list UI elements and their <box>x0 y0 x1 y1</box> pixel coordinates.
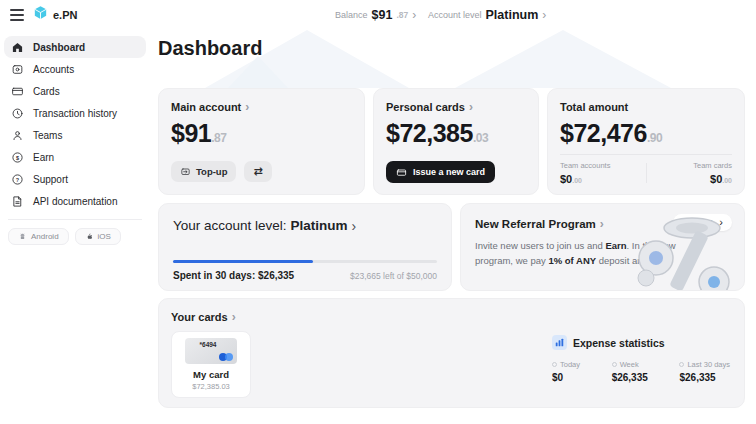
main-account-amount: $91.87 <box>171 119 352 148</box>
mini-card-image: *6494 <box>185 338 237 364</box>
your-cards-card: Your cards › *6494 My card $72,385.03 <box>158 298 745 408</box>
sidebar-item-label: Transaction history <box>33 108 117 119</box>
expense-statistics-title: Expense statistics <box>573 337 665 349</box>
your-cards-link[interactable]: Your cards › <box>171 311 732 323</box>
main-content: Dashboard Main account › $91.87 Top-up <box>150 30 756 424</box>
exchange-button[interactable]: ⇄ <box>244 161 271 182</box>
ios-label: iOS <box>98 232 111 241</box>
account-level-title-label: Your account level: <box>173 218 287 233</box>
card-name: My card <box>172 369 250 380</box>
sidebar-item-label: Accounts <box>33 64 74 75</box>
info-icon <box>679 362 684 367</box>
background-triangle <box>455 30 671 88</box>
personal-cards-link[interactable]: Personal cards › <box>386 101 526 113</box>
document-icon <box>11 195 24 208</box>
header-balance[interactable]: Balance $91 .87 › <box>335 0 416 30</box>
percent-coins-image <box>630 212 742 291</box>
sidebar-item-teams[interactable]: Teams <box>4 124 146 146</box>
sidebar-item-transaction-history[interactable]: Transaction history <box>4 102 146 124</box>
main-account-title: Main account <box>171 101 241 113</box>
svg-text:$: $ <box>16 154 19 160</box>
chart-icon <box>552 335 567 350</box>
expense-statistics: Expense statistics Today $0 Week $26,335… <box>552 335 730 383</box>
logo-icon <box>32 4 49 25</box>
spend-summary: Spent in 30 days: $26,335 $23,665 left o… <box>173 270 437 281</box>
header-account-level[interactable]: Account level Platinum › <box>428 0 546 30</box>
progress-fill <box>173 260 313 263</box>
background-triangle <box>228 56 288 88</box>
exchange-icon: ⇄ <box>253 165 262 178</box>
team-cards-stat: Team cards $0.00 <box>672 161 732 185</box>
total-amount-title: Total amount <box>560 101 732 113</box>
top-up-label: Top-up <box>196 166 227 177</box>
issue-new-card-label: Issue a new card <box>413 167 485 177</box>
svg-text:?: ? <box>16 176 19 182</box>
dollar-circle-icon: $ <box>11 151 24 164</box>
sidebar-item-label: Cards <box>33 86 60 97</box>
apple-icon <box>85 232 94 241</box>
question-circle-icon: ? <box>11 173 24 186</box>
sidebar-item-label: Dashboard <box>33 42 85 53</box>
card-balance: $72,385.03 <box>172 382 250 391</box>
total-amount-card: Total amount $72,476.90 Team accounts $0… <box>547 88 745 195</box>
chevron-right-icon: › <box>469 101 473 113</box>
sidebar-item-label: API documentation <box>33 196 118 207</box>
sidebar-item-accounts[interactable]: Accounts <box>4 58 146 80</box>
account-level-card: Your account level: Platinum › Spent in … <box>158 203 452 291</box>
personal-cards-card: Personal cards › $72,385.03 Issue a new … <box>373 88 539 195</box>
your-cards-title: Your cards <box>171 311 228 323</box>
sidebar-item-dashboard[interactable]: Dashboard <box>4 36 146 58</box>
chevron-right-icon: › <box>412 9 416 21</box>
menu-icon[interactable] <box>10 9 24 21</box>
card-icon <box>11 85 24 98</box>
vertical-divider <box>646 163 647 183</box>
people-icon <box>11 129 24 142</box>
personal-cards-amount: $72,385.03 <box>386 119 526 148</box>
logo-text: e.PN <box>53 9 77 21</box>
account-level-link[interactable]: Your account level: Platinum › <box>173 218 437 233</box>
personal-cards-title: Personal cards <box>386 101 465 113</box>
total-amount-value: $72,476.90 <box>560 119 732 148</box>
sidebar-item-label: Teams <box>33 130 62 141</box>
sidebar-item-earn[interactable]: $ Earn <box>4 146 146 168</box>
accounts-icon <box>11 63 24 76</box>
stat-week: Week $26,335 <box>612 360 648 383</box>
sidebar-item-cards[interactable]: Cards <box>4 80 146 102</box>
chevron-right-icon: › <box>600 218 604 230</box>
logo[interactable]: e.PN <box>32 4 77 25</box>
remaining-text: $23,665 left of $50,000 <box>350 271 437 281</box>
top-up-button[interactable]: Top-up <box>171 161 236 182</box>
sidebar-item-api-documentation[interactable]: API documentation <box>4 190 146 212</box>
spent-text: Spent in 30 days: $26,335 <box>173 270 294 281</box>
info-icon <box>552 362 557 367</box>
chevron-right-icon: › <box>232 311 236 323</box>
balance-label: Balance <box>335 10 368 20</box>
sidebar-item-support[interactable]: ? Support <box>4 168 146 190</box>
card-network-icon <box>219 353 233 361</box>
sidebar-item-label: Earn <box>33 152 54 163</box>
account-level-title-value: Platinum <box>291 218 348 233</box>
ios-badge[interactable]: iOS <box>75 228 121 245</box>
card-icon <box>396 167 407 178</box>
account-level-label: Account level <box>428 10 482 20</box>
my-card-tile[interactable]: *6494 My card $72,385.03 <box>171 331 251 398</box>
chevron-right-icon: › <box>352 219 357 233</box>
summary-cards-row: Main account › $91.87 Top-up ⇄ <box>158 88 745 195</box>
spend-progress-bar <box>173 260 437 263</box>
home-icon <box>11 41 24 54</box>
sidebar: Dashboard Accounts Cards Transaction his… <box>0 30 150 424</box>
chevron-right-icon: › <box>245 101 249 113</box>
android-icon <box>18 232 27 241</box>
issue-new-card-button[interactable]: Issue a new card <box>386 161 495 183</box>
team-accounts-stat: Team accounts $0.00 <box>560 161 620 185</box>
info-icon <box>612 362 617 367</box>
balance-amount: $91 <box>372 8 393 22</box>
referral-program-card: New Referral Program › ‹ 3 of 3 › Invite… <box>460 203 745 291</box>
top-header: e.PN Balance $91 .87 › Account level Pla… <box>0 0 756 30</box>
history-icon <box>11 107 24 120</box>
android-label: Android <box>31 232 59 241</box>
android-badge[interactable]: Android <box>8 228 69 245</box>
card-number-masked: *6494 <box>185 341 231 348</box>
referral-title: New Referral Program <box>475 218 596 230</box>
main-account-link[interactable]: Main account › <box>171 101 352 113</box>
